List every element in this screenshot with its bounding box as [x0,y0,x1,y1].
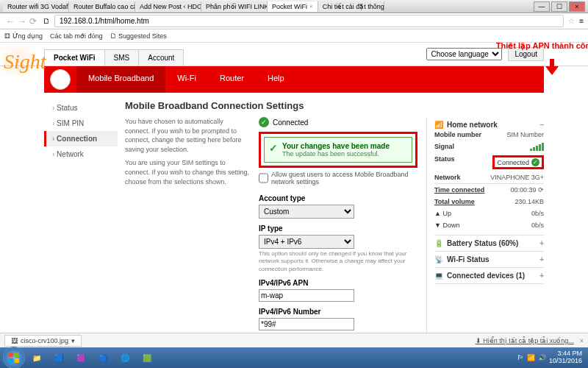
tab-pocketwifi[interactable]: Pocket WiFi [44,49,105,66]
svg-rect-0 [9,353,13,357]
svg-rect-1 [15,353,19,357]
show-all-downloads[interactable]: ⬇ Hiển thị tất cả tệp tải xuống... [476,337,574,344]
bookmark-item[interactable]: Các tab mới đóng [50,32,103,40]
svg-rect-2 [9,358,13,363]
page-title: Mobile Broadband Connection Settings [125,100,544,111]
page-icon: 🗋 [43,17,50,25]
check-icon: ✓ [269,142,278,158]
tab-3[interactable]: Phân phối WIFI LINK× [201,1,268,12]
account-type-select[interactable]: Custom [259,205,354,219]
connection-status: ✓ Connected [259,117,417,127]
nav-router[interactable]: Router [208,66,256,93]
taskbar-app-icon[interactable]: 🟦 [49,350,69,366]
ip-type-hint: This option should only be changed if yo… [259,250,417,273]
sidebar-item-simpin[interactable]: SIM PIN [44,116,118,131]
tab-1[interactable]: Router Buffalo cao cấp× [69,1,135,12]
devices-icon: 💻 [434,272,443,280]
wifi-icon: 📡 [434,255,443,263]
expand-icon[interactable]: + [539,239,544,247]
expand-icon[interactable]: + [539,255,544,263]
tab-4[interactable]: Pocket WiFi× [268,1,318,12]
forward-button[interactable]: → [16,16,28,26]
taskbar-app-icon[interactable]: 🟩 [137,350,157,366]
status-badge: Connected✓ [492,155,544,169]
tab-5[interactable]: Chi tiết cài đặt thông× [318,1,384,12]
page-content: Sight Pocket WiFi SMS Account Choose lan… [0,43,588,333]
window-controls: — ☐ × [534,1,585,12]
success-highlight: ✓ Your changes have been madeThe update … [259,132,417,168]
svg-rect-3 [15,358,19,363]
antenna-icon: 📶 [434,121,443,129]
number-input[interactable] [259,318,354,330]
minimize-button[interactable]: — [534,1,550,12]
battery-icon: 🔋 [434,239,443,247]
address-input[interactable] [54,15,564,27]
sidebar-item-network[interactable]: Network [44,146,118,162]
settings-form: Thiết lập APN thành công ✓ Connected ✓ Y… [259,117,417,333]
sidebar-item-connection[interactable]: Connection [44,131,118,146]
reload-button[interactable]: ⟳ [28,16,38,26]
url-bar: ←→⟳ 🗋 ☆ ≡ [0,13,588,29]
clock[interactable]: 3:44 PM10/31/2016 [549,350,582,365]
nav-help[interactable]: Help [256,66,296,93]
success-notice: ✓ Your changes have been madeThe update … [264,137,412,163]
downloads-bar: 🖼cisco-crv100.jpg ▾ ⬇ Hiển thị tất cả tệ… [0,333,588,347]
logout-button[interactable]: Logout [508,47,544,61]
app-header: Pocket WiFi SMS Account Choose language … [0,43,588,66]
back-button[interactable]: ← [4,16,16,26]
taskbar-explorer-icon[interactable]: 📁 [26,350,47,366]
tray-flag-icon[interactable]: 🏳 [517,354,524,361]
language-select[interactable]: Choose language [426,48,502,60]
browser-titlebar: Router wifi 3G Vodafone× Router Buffalo … [0,0,588,13]
tray-network-icon[interactable]: 📶 [527,354,535,361]
home-network-title: Home network [447,121,498,129]
allow-guest-checkbox[interactable] [259,171,268,185]
check-icon: ✓ [259,117,269,127]
main-panel: Mobile Broadband Connection Settings You… [125,100,544,333]
apps-button[interactable]: ⚃ Ứng dụng [4,32,43,40]
ip-type-select[interactable]: IPv4 + IPv6 [259,235,354,249]
sidebar: Status SIM PIN Connection Network [44,100,118,333]
tray-sound-icon[interactable]: 🔊 [538,354,546,361]
signal-icon [530,143,544,151]
ip-type-label: IP type [259,224,417,233]
tab-sms[interactable]: SMS [104,49,140,66]
close-button[interactable]: × [569,1,585,12]
status-panel: 📶Home network– Mobile numberSIM Number S… [426,117,544,333]
tab-account[interactable]: Account [138,49,184,66]
system-tray: 🏳 📶 🔊 3:44 PM10/31/2016 [517,350,585,365]
apn-label: IPv4/IPv6 APN [259,279,417,287]
account-type-label: Account type [259,194,417,202]
nav-wifi[interactable]: Wi-Fi [165,66,208,93]
sidebar-item-status[interactable]: Status [44,100,118,116]
main-nav: Mobile Broadband Wi-Fi Router Help [44,66,544,93]
tab-0[interactable]: Router wifi 3G Vodafone× [3,1,69,12]
expand-icon[interactable]: + [539,272,544,280]
nav-mobile-broadband[interactable]: Mobile Broadband [76,66,165,93]
menu-icon[interactable]: ≡ [579,17,584,25]
file-icon: 🖼 [11,337,18,344]
taskbar: 📁 🟦 🟪 🔵 🌐 🟩 🏳 📶 🔊 3:44 PM10/31/2016 [0,347,588,368]
taskbar-app-icon[interactable]: 🟪 [71,350,91,366]
number-label: IPv4/IPv6 Number [259,308,417,316]
bookmarks-bar: ⚃ Ứng dụng Các tab mới đóng 🗋 Suggested … [0,29,588,43]
help-text: You have chosen to automatically connect… [125,117,250,333]
allow-guest-label: Allow guest users to access Mobile Broad… [271,171,417,185]
bookmark-item[interactable]: 🗋 Suggested Sites [110,32,167,40]
taskbar-skype-icon[interactable]: 🔵 [93,350,113,366]
close-icon[interactable]: × [309,3,313,10]
bookmark-icon[interactable]: ☆ [568,17,575,25]
start-button[interactable] [3,347,25,368]
browser-tabs: Router wifi 3G Vodafone× Router Buffalo … [3,1,534,12]
check-icon: ✓ [531,158,539,166]
tab-2[interactable]: Add New Post ‹ HDG× [135,1,201,12]
brand-logo [50,69,71,90]
close-icon[interactable]: × [580,337,584,344]
download-item[interactable]: 🖼cisco-crv100.jpg ▾ [4,335,82,347]
apn-input[interactable] [259,289,354,302]
taskbar-chrome-icon[interactable]: 🌐 [115,350,135,366]
collapse-icon[interactable]: – [539,121,544,129]
maximize-button[interactable]: ☐ [551,1,567,12]
